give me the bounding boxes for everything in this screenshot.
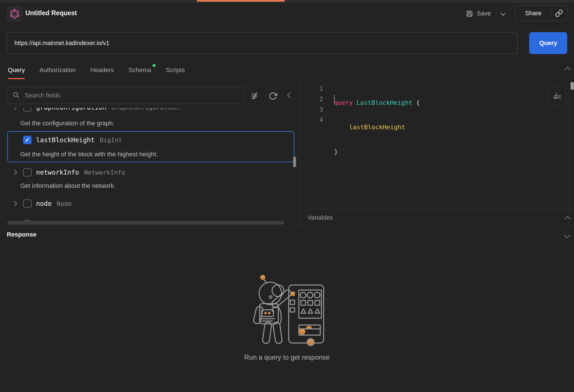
panel-divider — [300, 82, 300, 226]
browser-strip — [0, 0, 574, 3]
tab-schema[interactable]: Schema — [129, 66, 151, 79]
operation-name-token: LastBlockHeight — [356, 99, 412, 106]
checkbox-lastblockheight[interactable]: ✓ — [23, 136, 32, 144]
graphql-logo-tile — [7, 6, 22, 21]
hide-fields-icon[interactable] — [250, 91, 259, 101]
field-row-node[interactable]: node Node — [0, 197, 72, 210]
astronaut-vending-machine-illustration — [244, 265, 332, 348]
query-button[interactable]: Query — [529, 32, 567, 54]
field-description: Get information about the network. — [20, 182, 116, 190]
response-divider — [0, 226, 574, 226]
share-button[interactable]: Share — [515, 5, 567, 21]
collapse-request-section-icon[interactable] — [565, 67, 571, 73]
line-number: 4 — [309, 115, 323, 125]
field-name: node — [36, 200, 52, 207]
app-window: Untitled Request Save Share Query Query — [0, 0, 574, 392]
code-line-4 — [334, 171, 420, 181]
code-line-3: } — [334, 146, 420, 157]
checkbox-networkinfo[interactable] — [23, 168, 32, 177]
field-description: Get the height of the block with the hig… — [20, 151, 158, 158]
tab-scripts-label: Scripts — [166, 66, 185, 74]
explorer-vertical-scrollbar[interactable] — [293, 157, 296, 167]
open-brace-token: { — [416, 99, 420, 106]
tab-query-label: Query — [8, 66, 25, 74]
keyword-token: query — [334, 99, 353, 106]
save-divider — [496, 8, 496, 19]
field-type: BigInt — [100, 137, 122, 144]
save-button[interactable]: Save — [477, 10, 491, 17]
line-number: 2 — [309, 94, 323, 104]
checkbox-node[interactable] — [23, 199, 32, 208]
save-cluster: Save — [466, 6, 505, 21]
explorer-horizontal-scrollbar[interactable] — [7, 221, 284, 225]
editor-cursor — [334, 95, 335, 103]
editor-scrollbar-thumb[interactable] — [571, 82, 574, 90]
collapse-response-icon[interactable] — [564, 232, 570, 238]
request-tabs: Query Authorization Headers Schema Scrip… — [8, 66, 185, 79]
tab-headers[interactable]: Headers — [90, 66, 114, 79]
line-number: 1 — [309, 83, 323, 94]
tab-headers-label: Headers — [90, 66, 114, 74]
tab-authorization[interactable]: Authorization — [39, 66, 76, 79]
field-row-networkinfo[interactable]: networkInfo NetworkInfo — [0, 166, 125, 179]
line-number: 3 — [309, 104, 323, 115]
expand-icon[interactable] — [12, 170, 17, 175]
field-type: NetworkInfo — [84, 169, 125, 176]
checkbox-graphconfiguration[interactable] — [23, 108, 32, 112]
field-name: lastBlockHeight — [36, 136, 95, 144]
share-button-label[interactable]: Share — [516, 10, 551, 17]
variables-section[interactable]: Variables — [300, 209, 574, 226]
empty-response-message: Run a query to get response — [0, 353, 574, 361]
save-icon[interactable] — [466, 10, 473, 17]
prettify-broom-icon[interactable] — [548, 87, 567, 106]
save-options-chevron-icon[interactable] — [500, 10, 505, 15]
field-row-lastblockheight[interactable]: ✓ lastBlockHeight BigInt — [0, 134, 122, 146]
expand-icon[interactable] — [12, 108, 17, 110]
field-name: graphConfiguration — [36, 108, 106, 111]
field-type: GraphConfiguration! — [111, 108, 182, 111]
tab-authorization-label: Authorization — [39, 66, 76, 74]
url-input[interactable] — [7, 32, 518, 54]
graphql-logo-icon — [10, 9, 19, 19]
check-icon: ✓ — [25, 137, 30, 143]
collapse-explorer-icon[interactable] — [287, 92, 293, 98]
response-title: Response — [7, 231, 36, 238]
tab-scripts[interactable]: Scripts — [166, 66, 185, 79]
search-fields-input[interactable] — [7, 87, 244, 104]
tab-schema-label: Schema — [129, 66, 151, 74]
field-token: lastBlockHeight — [334, 122, 405, 132]
tab-query[interactable]: Query — [8, 66, 25, 79]
close-brace-token: } — [334, 148, 338, 155]
page-title: Untitled Request — [25, 9, 77, 17]
active-tab-indicator — [197, 0, 285, 2]
field-row-graphconfiguration[interactable]: graphConfiguration GraphConfiguration! — [0, 108, 182, 113]
variables-label: Variables — [308, 214, 333, 221]
expand-icon[interactable] — [12, 201, 17, 206]
field-type: Node — [57, 200, 72, 207]
field-name: networkInfo — [36, 169, 79, 176]
refresh-icon[interactable] — [268, 91, 278, 101]
code-line-2: lastBlockHeight — [334, 122, 420, 132]
query-editor[interactable]: queryLastBlockHeight{ lastBlockHeight } — [334, 83, 420, 195]
field-description: Get the configuration of the graph. — [20, 120, 114, 127]
editor-line-numbers: 1 2 3 4 — [309, 83, 323, 125]
fields-list: graphConfiguration GraphConfiguration! G… — [0, 108, 299, 223]
editor-scrollbar-track — [570, 82, 570, 226]
schema-status-dot — [153, 64, 156, 67]
link-icon[interactable] — [551, 9, 567, 17]
code-line-1: queryLastBlockHeight{ — [334, 97, 420, 108]
